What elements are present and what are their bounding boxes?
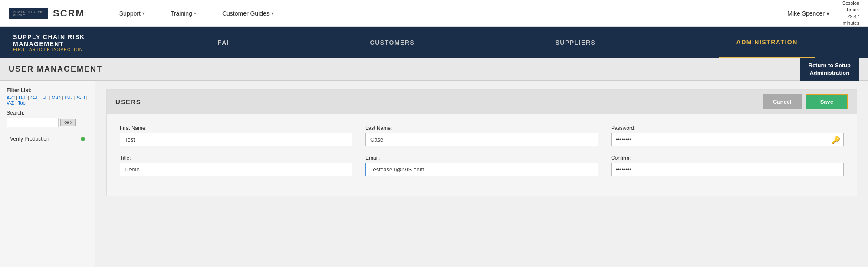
sub-nav-title: FIRST ARTICLE INSPECTION <box>13 47 135 52</box>
password-wrapper: 🔑 <box>611 133 844 146</box>
powered-by-label: POWERED BY IVIS <box>13 10 43 13</box>
last-name-group: Last Name: <box>365 125 598 146</box>
verify-label: VERIFY <box>13 13 43 16</box>
sec-nav-items: FAI CUSTOMERS SUPPLIERS ADMINISTRATION <box>148 27 868 58</box>
training-chevron-icon: ▾ <box>194 11 196 16</box>
active-dot-icon <box>81 137 85 141</box>
password-group: Password: 🔑 <box>611 125 844 146</box>
filter-ac[interactable]: A-C <box>7 95 15 100</box>
users-panel-header: USERS Cancel Save <box>107 90 857 114</box>
filter-jl[interactable]: J-L <box>41 95 48 100</box>
filter-mo[interactable]: M-O <box>51 95 60 100</box>
last-name-input[interactable] <box>365 133 598 146</box>
title-group: Title: <box>120 155 352 176</box>
support-link[interactable]: Support ▾ <box>119 10 145 17</box>
main-content: Filter List: A-C | D-F | G-I | J-L | M-O… <box>0 81 868 267</box>
filter-links: A-C | D-F | G-I | J-L | M-O | P-R | S-U … <box>7 95 89 105</box>
return-line2: Administration <box>809 69 849 76</box>
cancel-button[interactable]: Cancel <box>763 94 802 109</box>
page-title: USER MANAGEMENT <box>9 65 102 74</box>
first-name-group: First Name: <box>120 125 352 146</box>
sidebar-item-verify-production[interactable]: Verify Production <box>7 134 89 144</box>
header-actions: Cancel Save <box>763 94 848 109</box>
filter-vz[interactable]: V-Z <box>7 100 14 105</box>
top-nav-links: Support ▾ Training ▾ Customer Guides ▾ <box>119 10 273 17</box>
customer-guides-chevron-icon: ▾ <box>271 11 273 16</box>
content-area: USERS Cancel Save First Name: Last Name: <box>95 81 868 267</box>
filter-gi[interactable]: G-I <box>30 95 37 100</box>
session-line2: Timer: <box>846 7 859 12</box>
page-header: USER MANAGEMENT Return to Setup Administ… <box>0 58 868 81</box>
go-button[interactable]: GO <box>60 119 76 126</box>
search-row: GO <box>7 118 89 127</box>
customer-guides-label: Customer Guides <box>222 10 270 17</box>
filter-pr[interactable]: P-R <box>65 95 73 100</box>
password-input[interactable] <box>611 133 844 146</box>
session-line1: Session <box>842 0 859 6</box>
search-input[interactable] <box>7 118 59 127</box>
filter-list-label: Filter List: <box>7 87 89 93</box>
sec-nav-brand: SUPPLY CHAIN RISK MANAGEMENT FIRST ARTIC… <box>0 33 148 52</box>
last-name-label: Last Name: <box>365 125 598 131</box>
confirm-label: Confirm: <box>611 155 844 161</box>
return-line1: Return to Setup <box>809 62 851 69</box>
form-row-1: First Name: Last Name: Password: 🔑 <box>120 125 844 146</box>
email-label: Email: <box>365 155 598 161</box>
return-to-setup-button[interactable]: Return to Setup Administration <box>800 58 860 81</box>
filter-df[interactable]: D-F <box>19 95 26 100</box>
user-chevron-icon: ▾ <box>826 10 829 17</box>
users-panel-title: USERS <box>115 98 141 105</box>
title-label: Title: <box>120 155 352 161</box>
training-link[interactable]: Training ▾ <box>171 10 196 17</box>
title-input[interactable] <box>120 163 352 176</box>
user-name: Mike Spencer <box>787 10 825 17</box>
save-button[interactable]: Save <box>806 94 848 109</box>
top-navigation: POWERED BY IVIS VERIFY SCRM Support ▾ Tr… <box>0 0 868 27</box>
scrm-logo: SCRM <box>53 8 85 19</box>
training-label: Training <box>171 10 192 17</box>
nav-suppliers[interactable]: SUPPLIERS <box>538 27 613 58</box>
support-label: Support <box>119 10 141 17</box>
users-panel: USERS Cancel Save First Name: Last Name: <box>106 89 857 196</box>
confirm-input[interactable] <box>611 163 844 176</box>
filter-top[interactable]: Top <box>18 100 26 105</box>
secondary-navigation: SUPPLY CHAIN RISK MANAGEMENT FIRST ARTIC… <box>0 27 868 58</box>
top-nav-right: Mike Spencer ▾ Session Timer: 29:47 minu… <box>787 0 859 26</box>
session-line3: 29:47 <box>847 14 859 19</box>
key-icon[interactable]: 🔑 <box>832 135 840 144</box>
session-line4: minutes <box>842 20 859 26</box>
search-label: Search: <box>7 110 89 116</box>
filter-su[interactable]: S-U <box>77 95 85 100</box>
first-name-input[interactable] <box>120 133 352 146</box>
customer-guides-link[interactable]: Customer Guides ▾ <box>222 10 273 17</box>
confirm-group: Confirm: <box>611 155 844 176</box>
main-nav-title: SUPPLY CHAIN RISK MANAGEMENT <box>13 33 135 47</box>
verify-logo: POWERED BY IVIS VERIFY <box>9 8 48 19</box>
support-chevron-icon: ▾ <box>142 11 145 16</box>
email-group: Email: <box>365 155 598 176</box>
user-menu[interactable]: Mike Spencer ▾ <box>787 10 829 17</box>
user-form: First Name: Last Name: Password: 🔑 <box>107 114 857 196</box>
session-timer: Session Timer: 29:47 minutes <box>842 0 859 26</box>
logo-area: POWERED BY IVIS VERIFY SCRM <box>9 8 85 19</box>
email-input[interactable] <box>365 163 598 176</box>
nav-fai[interactable]: FAI <box>201 27 247 58</box>
sidebar: Filter List: A-C | D-F | G-I | J-L | M-O… <box>0 81 95 267</box>
nav-administration[interactable]: ADMINISTRATION <box>719 27 815 58</box>
password-label: Password: <box>611 125 844 131</box>
form-row-2: Title: Email: Confirm: <box>120 155 844 176</box>
nav-customers[interactable]: CUSTOMERS <box>353 27 432 58</box>
first-name-label: First Name: <box>120 125 352 131</box>
sidebar-item-label: Verify Production <box>10 136 49 142</box>
